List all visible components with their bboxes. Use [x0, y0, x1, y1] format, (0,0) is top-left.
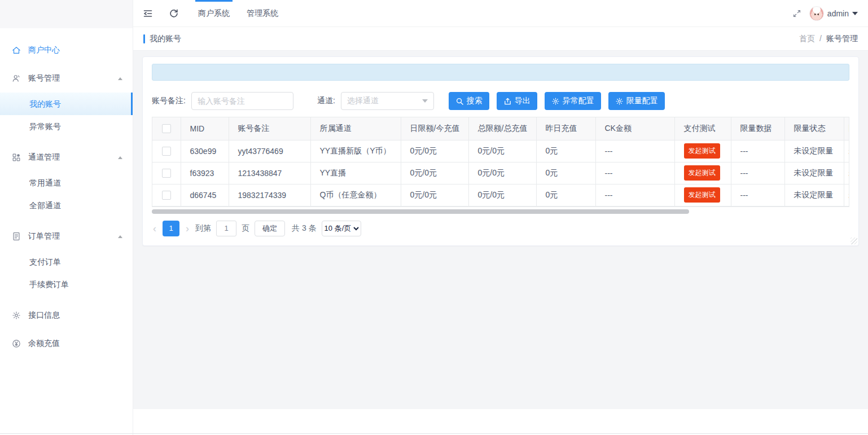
page-title: 我的账号 — [143, 34, 181, 44]
cell-mid: d66745 — [181, 184, 229, 206]
breadcrumb: 首页 / 账号管理 — [799, 34, 858, 44]
column-header: 账号备注 — [229, 117, 310, 140]
cell-pay_test_label: 发起测试 — [674, 140, 731, 162]
sidebar-item-label: 商户中心 — [28, 45, 60, 55]
cell-yesterday: 0元 — [536, 184, 595, 206]
cell-pay_test_label: 发起测试 — [674, 184, 731, 206]
gear-icon — [551, 97, 560, 106]
row-checkbox[interactable] — [162, 191, 171, 200]
horizontal-scrollbar-thumb[interactable] — [152, 209, 689, 214]
cell-limit_data: --- — [731, 184, 784, 206]
pay-test-button[interactable]: 发起测试 — [684, 143, 720, 159]
select-all-checkbox[interactable] — [162, 124, 171, 133]
column-header: 限量状态 — [784, 117, 844, 140]
abnormal-config-button[interactable]: 异常配置 — [545, 92, 601, 110]
sidebar-item-4[interactable]: 接口信息 — [0, 301, 133, 329]
remark-input[interactable] — [191, 92, 293, 110]
row-checkbox[interactable] — [162, 147, 171, 156]
sidebar-item-1[interactable]: 账号管理 — [0, 64, 133, 93]
column-header: 支付测试 — [674, 117, 731, 140]
export-icon — [503, 97, 512, 106]
username: admin — [827, 9, 849, 18]
menu-fold-icon[interactable] — [142, 8, 154, 19]
next-page-button[interactable]: › — [185, 223, 190, 234]
export-button[interactable]: 导出 — [497, 92, 537, 110]
breadcrumb-separator: / — [819, 34, 822, 44]
refresh-icon[interactable] — [168, 8, 179, 19]
cell-daily_limit: 0元/0元 — [401, 162, 468, 184]
cell-channel: YY直播 — [310, 162, 401, 184]
resize-grip-icon[interactable] — [851, 238, 857, 244]
column-header: MID — [181, 117, 229, 140]
app-root: 商户中心账号管理我的账号异常账号通道管理常用通道全部通道订单管理支付订单手续费订… — [0, 0, 868, 435]
sidebar-item-3[interactable]: 订单管理 — [0, 222, 133, 251]
cell-yesterday: 0元 — [536, 140, 595, 162]
prev-page-button[interactable]: ‹ — [152, 223, 157, 234]
cell-yesterday: 0元 — [536, 162, 595, 184]
tab-system-0[interactable]: 商户系统 — [190, 0, 238, 27]
page-size-select[interactable]: 10 条/页 — [322, 221, 361, 236]
sidebar-item-0[interactable]: 商户中心 — [0, 36, 133, 64]
search-button[interactable]: 搜索 — [449, 92, 489, 110]
system-tabs: 商户系统管理系统 — [190, 0, 287, 27]
filter-row: 账号备注: 通道: 选择通道 搜索 — [152, 92, 849, 110]
cell-daily_limit: 0元/0元 — [401, 140, 468, 162]
pay-test-button[interactable]: 发起测试 — [684, 165, 720, 181]
column-header: CK金额 — [595, 117, 674, 140]
table-header-row: MID账号备注所属通道日限额/今充值总限额/总充值昨日充值CK金额支付测试限量数… — [152, 117, 849, 140]
page-unit-label: 页 — [242, 223, 249, 234]
cell-channel: YY直播新版（Y币） — [310, 140, 401, 162]
cell-pay_test_label: 发起测试 — [674, 162, 731, 184]
channel-select[interactable]: 选择通道 — [341, 92, 434, 110]
breadcrumb-home[interactable]: 首页 — [799, 34, 815, 44]
fullscreen-icon[interactable] — [792, 8, 802, 19]
confirm-button[interactable]: 确定 — [255, 221, 285, 236]
topbar: 商户系统管理系统 admin — [133, 0, 868, 27]
content-view: 账号备注: 通道: 选择通道 搜索 — [133, 51, 868, 409]
cell-limit_status: 未设定限量 — [784, 184, 844, 206]
sidebar-item-label: 通道管理 — [28, 152, 60, 162]
chevron-up-icon — [118, 156, 122, 159]
table-row: 630e99yyt43776469YY直播新版（Y币）0元/0元0元/0元0元-… — [152, 140, 849, 162]
window-bottom-divider — [0, 433, 868, 434]
page-number-button[interactable]: 1 — [163, 221, 179, 236]
sidebar-item-label: 账号管理 — [28, 73, 60, 84]
main-area: 商户系统管理系统 admin 我的账号 — [133, 0, 868, 435]
cell-ck_amount: --- — [595, 140, 674, 162]
horizontal-scrollbar — [152, 209, 849, 214]
remark-label: 账号备注: — [152, 96, 186, 106]
sidebar-subitem[interactable]: 异常账号 — [0, 115, 133, 138]
user-icon — [11, 73, 21, 84]
tab-system-1[interactable]: 管理系统 — [238, 0, 287, 27]
title-accent-bar — [143, 34, 145, 43]
cell-clipped: 未 — [844, 184, 849, 206]
sidebar-subitem[interactable]: 全部通道 — [0, 194, 133, 217]
sidebar-subitem[interactable]: 我的账号 — [0, 93, 133, 115]
column-header: 限量数据 — [731, 117, 784, 140]
cell-ck_amount: --- — [595, 184, 674, 206]
channel-select-placeholder: 选择通道 — [347, 96, 379, 106]
goto-page-input[interactable] — [216, 221, 236, 236]
row-checkbox[interactable] — [162, 169, 171, 178]
user-menu[interactable]: admin — [809, 6, 858, 21]
limit-config-button[interactable]: 限量配置 — [608, 92, 665, 110]
sidebar-item-5[interactable]: 余额充值 — [0, 329, 133, 358]
sidebar-subitem[interactable]: 常用通道 — [0, 172, 133, 194]
sidebar-subitem[interactable]: 支付订单 — [0, 251, 133, 273]
page-title-text: 我的账号 — [150, 34, 181, 44]
yen-circle-icon — [11, 339, 21, 349]
column-header: 所属通道 — [310, 117, 401, 140]
goto-label: 到第 — [195, 223, 211, 234]
sidebar-menu: 商户中心账号管理我的账号异常账号通道管理常用通道全部通道订单管理支付订单手续费订… — [0, 36, 133, 358]
sidebar-subitem[interactable]: 手续费订单 — [0, 273, 133, 296]
cell-total_limit: 0元/0元 — [468, 162, 536, 184]
pay-test-button[interactable]: 发起测试 — [684, 187, 720, 203]
sidebar-item-2[interactable]: 通道管理 — [0, 143, 133, 172]
table-row: f639231213438847YY直播0元/0元0元/0元0元---发起测试-… — [152, 162, 849, 184]
channel-label: 通道: — [317, 96, 335, 106]
chevron-down-icon — [852, 12, 858, 15]
footer-area — [133, 409, 868, 435]
cell-remark: 19832174339 — [229, 184, 310, 206]
cell-mid: 630e99 — [181, 140, 229, 162]
column-header: 昨日充值 — [536, 117, 595, 140]
